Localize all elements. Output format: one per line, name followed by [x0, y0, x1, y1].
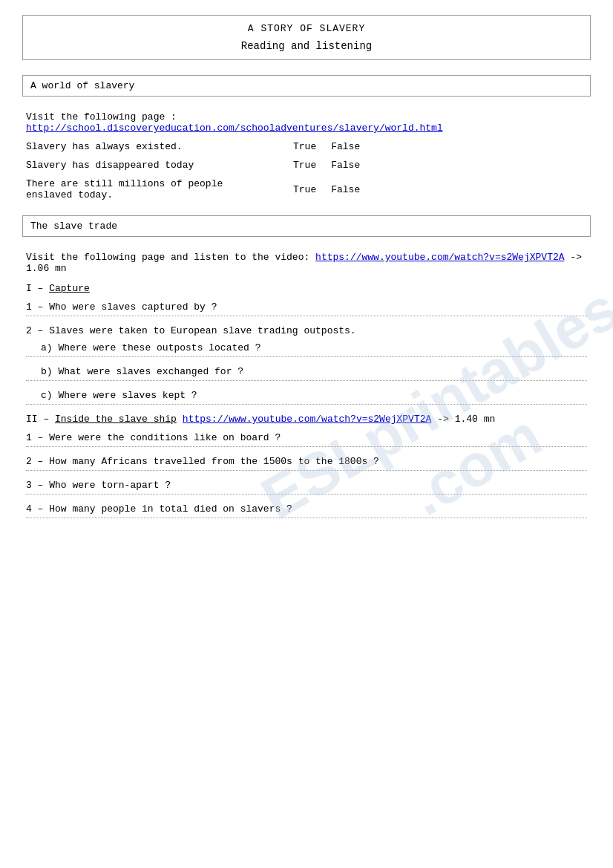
part2-video-link[interactable]: https://www.youtube.com/watch?v=s2WejXPV…: [183, 414, 431, 425]
q2-intro-text: 2 – Slaves were taken to European slave …: [26, 325, 587, 336]
statement-3: There are still millions of people ensla…: [26, 178, 263, 200]
section1-content: Visit the following page : http://school…: [22, 111, 591, 200]
capture-underline: Capture: [49, 283, 90, 294]
header-title: A STORY OF SLAVERY: [38, 23, 575, 34]
section2-visit-link[interactable]: https://www.youtube.com/watch?v=s2WejXPV…: [315, 252, 564, 263]
q2a-answer-line: [26, 356, 587, 357]
true-false-row-3: There are still millions of people ensla…: [26, 178, 587, 200]
q1-answer-line: [26, 316, 587, 316]
false-label-2: False: [331, 160, 360, 171]
part2-heading-row: II – Inside the slave ship https://www.y…: [26, 414, 587, 425]
q5-text: 3 – Who were torn-apart ?: [26, 480, 587, 491]
header-box: A STORY OF SLAVERY Reading and listening: [22, 15, 591, 60]
q6-text: 4 – How many people in total died on sla…: [26, 503, 587, 515]
q4-answer-line: [26, 470, 587, 471]
section1-visit-prefix: Visit the following page :: [26, 111, 177, 123]
q2a-text: a) Where were these outposts located ?: [41, 342, 587, 353]
section2-box: The slave trade: [22, 215, 591, 237]
false-label-3: False: [331, 184, 360, 195]
q2c-text: c) Where were slaves kept ?: [41, 390, 587, 401]
part2-suffix: -> 1.40 mn: [437, 414, 495, 425]
q2b-text: b) What were slaves exchanged for ?: [41, 366, 587, 377]
section2-visit-line: Visit the following page and listen to t…: [26, 252, 587, 274]
statement-1: Slavery has always existed.: [26, 141, 263, 152]
part2-heading-text: II – Inside the slave ship: [26, 414, 177, 425]
true-false-row-1: Slavery has always existed. True False: [26, 141, 587, 152]
true-label-2: True: [293, 160, 316, 171]
q1-text: 1 – Who were slaves captured by ?: [26, 301, 587, 313]
section1-visit-line: Visit the following page : http://school…: [26, 111, 587, 134]
statement-2: Slavery has disappeared today: [26, 160, 263, 171]
q6-answer-line: [26, 518, 587, 518]
section1-box: A world of slavery: [22, 75, 591, 97]
section2-visit-prefix: Visit the following page and listen to t…: [26, 252, 315, 263]
q3-text: 1 – Were were the conditions like on boa…: [26, 432, 587, 443]
header-subtitle: Reading and listening: [38, 40, 575, 52]
section2-content: Visit the following page and listen to t…: [22, 252, 591, 518]
true-label-1: True: [293, 141, 316, 152]
section1-title: A world of slavery: [30, 80, 583, 91]
q2c-answer-line: [26, 404, 587, 405]
true-label-3: True: [293, 184, 316, 195]
part1-heading: I – Capture: [26, 283, 587, 294]
true-false-row-2: Slavery has disappeared today True False: [26, 160, 587, 171]
false-label-1: False: [331, 141, 360, 152]
q5-answer-line: [26, 494, 587, 495]
q4-text: 2 – How many Africans travelled from the…: [26, 456, 587, 467]
section1-visit-link[interactable]: http://school.discoveryeducation.com/sch…: [26, 123, 443, 134]
q2b-answer-line: [26, 380, 587, 381]
part1-heading-text: I – Capture: [26, 283, 90, 294]
section2-title: The slave trade: [30, 221, 583, 232]
q3-answer-line: [26, 446, 587, 447]
